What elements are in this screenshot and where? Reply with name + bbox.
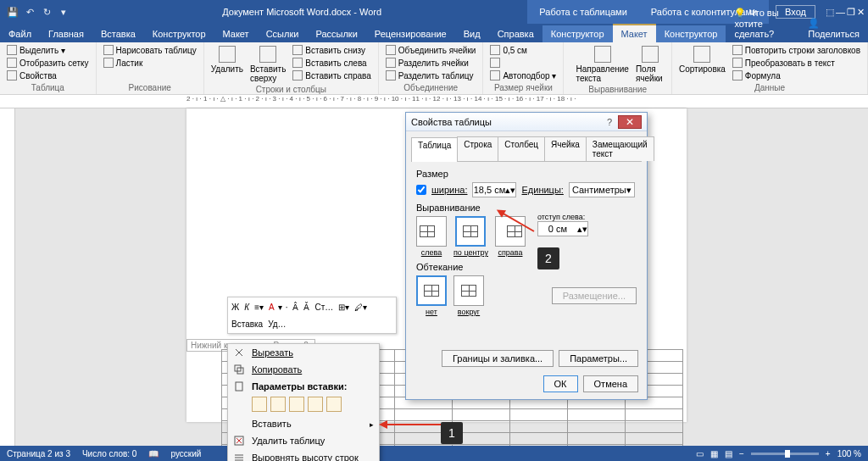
units-select[interactable]: Сантиметры▾ — [569, 182, 635, 197]
qat-dropdown-icon[interactable]: ▾ — [58, 6, 70, 18]
wrap-none-option[interactable] — [416, 275, 447, 306]
context-menu: Вырезать Копировать Параметры вставки: В… — [227, 343, 380, 461]
redo-icon[interactable]: ↻ — [41, 6, 53, 18]
col-width-input[interactable] — [488, 57, 558, 69]
horizontal-ruler[interactable]: 2 · ı · 1 · ı · △ · ı · 1 · ı · 2 · ı · … — [0, 95, 868, 108]
tab-table-layout[interactable]: Макет — [613, 24, 656, 42]
dlg-tab-alttext[interactable]: Замещающий текст — [586, 136, 654, 161]
text-direction-button[interactable]: Направление текста — [574, 44, 630, 85]
ribbon-tabs: Файл Главная Вставка Конструктор Макет С… — [0, 24, 868, 42]
ctx-cut[interactable]: Вырезать — [228, 344, 379, 361]
width-checkbox[interactable] — [416, 185, 426, 195]
repeat-header-button[interactable]: Повторить строки заголовков — [731, 44, 862, 56]
zoom-level[interactable]: 100 % — [837, 449, 861, 458]
split-cells-button[interactable]: Разделить ячейки — [384, 57, 478, 69]
dlg-tab-cell[interactable]: Ячейка — [544, 136, 587, 161]
annotation-badge-1: 1 — [441, 422, 463, 444]
tab-help[interactable]: Справка — [489, 25, 542, 42]
wrap-label: Обтекание — [416, 262, 637, 272]
tab-review[interactable]: Рецензирование — [366, 25, 455, 42]
tab-view[interactable]: Вид — [455, 25, 489, 42]
merge-cells-button[interactable]: Объединить ячейки — [384, 44, 478, 56]
group-cellsize-label: Размер ячейки — [488, 83, 558, 92]
ok-button[interactable]: ОК — [543, 375, 578, 392]
align-center-option[interactable] — [455, 216, 486, 247]
eraser-button[interactable]: Ластик — [102, 57, 198, 69]
indent-input[interactable]: 0 см▴▾ — [537, 221, 588, 236]
ctx-equal-rows[interactable]: Выровнять высоту строк — [228, 449, 379, 461]
tab-file[interactable]: Файл — [0, 25, 40, 42]
align-left-option[interactable] — [416, 216, 447, 247]
ctx-copy[interactable]: Копировать — [228, 361, 379, 378]
positioning-button: Размещение... — [552, 287, 637, 304]
share-button[interactable]: 👤 Поделиться — [799, 14, 868, 42]
insert-below-button[interactable]: Вставить снизу — [291, 44, 372, 56]
vertical-ruler[interactable] — [0, 108, 15, 446]
ctx-delete-table[interactable]: Удалить таблицу — [228, 432, 379, 449]
insert-right-button[interactable]: Вставить справа — [291, 69, 372, 81]
status-page[interactable]: Страница 2 из 3 — [7, 449, 70, 458]
units-label: Единицы: — [521, 185, 563, 195]
tab-insert[interactable]: Вставка — [92, 25, 144, 42]
cell-margins-button[interactable]: Поля ячейки — [634, 44, 666, 85]
split-table-button[interactable]: Разделить таблицу — [384, 69, 478, 81]
ctx-insert[interactable]: Вставить▸ — [228, 415, 379, 432]
formula-button[interactable]: Формула — [731, 69, 862, 81]
options-button[interactable]: Параметры... — [559, 350, 638, 367]
autofit-button[interactable]: Автоподбор ▾ — [488, 69, 558, 81]
save-icon[interactable]: 💾 — [7, 6, 19, 18]
borders-shading-button[interactable]: Границы и заливка... — [442, 350, 554, 367]
dialog-help-icon[interactable]: ? — [601, 117, 618, 127]
annotation-badge-2: 2 — [537, 247, 559, 269]
convert-text-button[interactable]: Преобразовать в текст — [731, 57, 862, 69]
view-print-icon[interactable]: ▦ — [710, 449, 718, 458]
status-words[interactable]: Число слов: 0 — [82, 449, 136, 458]
undo-icon[interactable]: ↶ — [24, 6, 36, 18]
width-input[interactable]: 18,5 см▴▾ — [472, 182, 516, 197]
tab-references[interactable]: Ссылки — [258, 25, 308, 42]
wrap-around-option[interactable] — [453, 275, 484, 306]
group-rows-cols-label: Строки и столбцы — [209, 85, 373, 94]
dialog-title: Свойства таблицы — [411, 117, 601, 127]
table-properties-dialog: Свойства таблицы ? ✕ Таблица Строка Стол… — [405, 112, 648, 400]
ctx-tab-table-tools: Работа с таблицами — [527, 0, 638, 24]
ctx-paste-label: Параметры вставки: — [228, 378, 379, 395]
view-web-icon[interactable]: ▤ — [725, 449, 732, 458]
annotation-arrow-1 — [381, 424, 441, 425]
dlg-tab-column[interactable]: Столбец — [498, 136, 545, 161]
dlg-tab-table[interactable]: Таблица — [411, 137, 458, 162]
status-proofing-icon[interactable]: 📖 — [148, 449, 159, 458]
dlg-tab-row[interactable]: Строка — [457, 136, 498, 161]
delete-button[interactable]: Удалить — [209, 44, 245, 75]
zoom-in-icon[interactable]: + — [826, 449, 831, 458]
tab-home[interactable]: Главная — [40, 25, 92, 42]
group-merge-label: Объединение — [384, 83, 478, 92]
sort-button[interactable]: Сортировка — [677, 44, 727, 75]
tab-hf-design[interactable]: Конструктор — [656, 25, 726, 42]
tab-mailings[interactable]: Рассылки — [307, 25, 365, 42]
zoom-out-icon[interactable]: − — [739, 449, 744, 458]
group-table-label: Таблица — [5, 83, 91, 92]
view-gridlines-button[interactable]: Отобразить сетку — [5, 57, 91, 69]
mini-toolbar[interactable]: ЖК≡▾А▾·А̂А̌Ст… ⊞▾🖊▾ВставкаУд… — [227, 297, 397, 334]
tab-table-design[interactable]: Конструктор — [542, 25, 613, 42]
paste-options[interactable] — [228, 395, 379, 415]
draw-table-button[interactable]: Нарисовать таблицу — [102, 44, 198, 56]
select-button[interactable]: Выделить ▾ — [5, 44, 91, 56]
status-language[interactable]: русский — [170, 449, 201, 458]
cancel-button[interactable]: Отмена — [583, 375, 638, 392]
row-height-input[interactable]: 0,5 см — [488, 44, 558, 56]
insert-left-button[interactable]: Вставить слева — [291, 57, 372, 69]
tell-me-search[interactable]: 💡 Что вы хотите сделать? — [726, 4, 799, 42]
properties-button[interactable]: Свойства — [5, 69, 91, 81]
tab-design[interactable]: Конструктор — [144, 25, 214, 42]
group-data-label: Данные — [677, 83, 862, 92]
dialog-close-button[interactable]: ✕ — [618, 115, 642, 129]
width-label: ширина: — [431, 185, 467, 195]
tab-layout[interactable]: Макет — [214, 25, 258, 42]
svg-rect-2 — [236, 382, 242, 391]
insert-above-button[interactable]: Вставить сверху — [248, 44, 287, 85]
align-right-option[interactable] — [495, 216, 526, 247]
zoom-slider[interactable] — [751, 453, 819, 455]
view-read-icon[interactable]: ▭ — [696, 449, 704, 458]
